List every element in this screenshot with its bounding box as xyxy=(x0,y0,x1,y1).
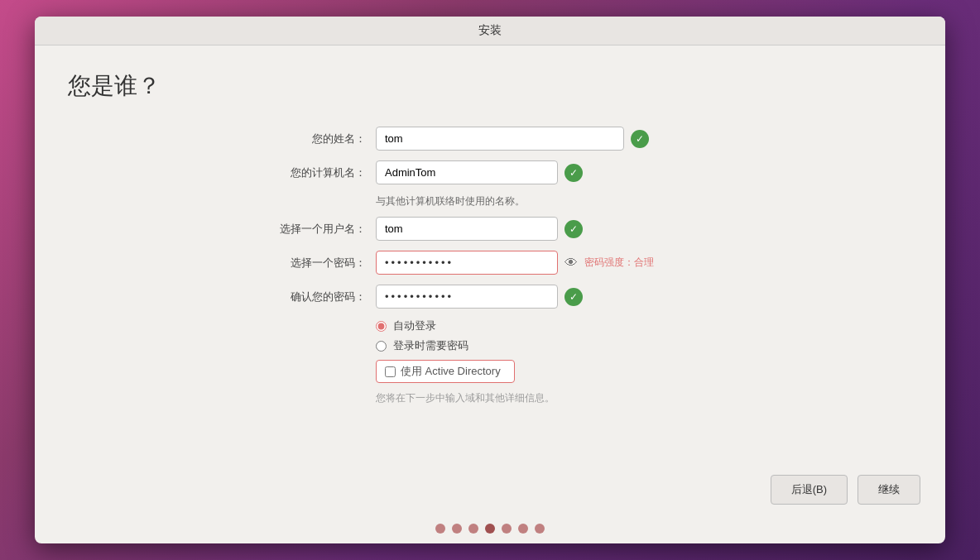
username-check-icon: ✓ xyxy=(564,220,583,238)
progress-dot-1 xyxy=(435,524,445,534)
ad-hint-row: 您将在下一步中输入域和其他详细信息。 xyxy=(242,390,738,405)
window-title: 安装 xyxy=(478,23,502,36)
back-button[interactable]: 后退(B) xyxy=(771,475,848,505)
progress-dot-7 xyxy=(535,524,545,534)
computer-check-icon: ✓ xyxy=(564,164,583,182)
computer-name-row: 您的计算机名： ✓ xyxy=(242,160,738,184)
username-row: 选择一个用户名： ✓ xyxy=(242,217,738,241)
computer-label: 您的计算机名： xyxy=(242,165,366,180)
computer-hint-row: 与其他计算机联络时使用的名称。 xyxy=(242,194,738,208)
progress-dot-6 xyxy=(518,524,528,534)
require-password-label[interactable]: 登录时需要密码 xyxy=(393,338,468,353)
computer-hint: 与其他计算机联络时使用的名称。 xyxy=(376,194,525,208)
login-options: 自动登录 登录时需要密码 xyxy=(242,318,738,353)
ad-checkbox-label[interactable]: 使用 Active Directory xyxy=(401,364,501,379)
password-confirm-check-icon: ✓ xyxy=(564,288,583,306)
password-confirm-wrap: ✓ xyxy=(376,285,738,309)
progress-dot-2 xyxy=(452,524,462,534)
bottom-bar: 后退(B) 继续 xyxy=(35,467,945,517)
auto-login-label[interactable]: 自动登录 xyxy=(393,318,436,333)
password-eye-icon[interactable]: 👁 xyxy=(564,256,578,270)
ad-hint-text: 您将在下一步中输入域和其他详细信息。 xyxy=(376,392,555,404)
username-input-wrap: ✓ xyxy=(376,217,738,241)
page-title: 您是谁？ xyxy=(68,70,912,102)
ad-checkbox-wrap[interactable]: 使用 Active Directory xyxy=(376,360,515,383)
password-input-wrap: 👁 密码强度：合理 xyxy=(376,251,738,275)
password-confirm-label: 确认您的密码： xyxy=(242,290,366,304)
progress-dots xyxy=(35,517,945,543)
computer-input-wrap: ✓ xyxy=(376,160,738,184)
installer-window: 安装 您是谁？ 您的姓名： ✓ 您的计算机名： ✓ xyxy=(35,17,945,543)
username-label: 选择一个用户名： xyxy=(242,222,366,237)
auto-login-row: 自动登录 xyxy=(376,318,738,333)
name-label: 您的姓名： xyxy=(242,132,366,146)
name-row: 您的姓名： ✓ xyxy=(242,127,738,151)
titlebar: 安装 xyxy=(35,17,945,45)
require-password-row: 登录时需要密码 xyxy=(376,338,738,353)
ad-row: 使用 Active Directory xyxy=(242,360,738,383)
name-input[interactable] xyxy=(376,127,624,151)
username-input[interactable] xyxy=(376,217,558,241)
progress-dot-3 xyxy=(468,524,478,534)
ad-checkbox[interactable] xyxy=(385,366,396,377)
require-password-radio[interactable] xyxy=(376,341,387,352)
form-area: 您的姓名： ✓ 您的计算机名： ✓ 与其他计算机联络时使用的名称。 xyxy=(68,127,912,422)
password-strength-text: 密码强度：合理 xyxy=(584,256,654,270)
content-area: 您是谁？ 您的姓名： ✓ 您的计算机名： ✓ 与其他计算机联络时使 xyxy=(35,45,945,467)
progress-dot-4 xyxy=(485,524,495,534)
password-row: 选择一个密码： 👁 密码强度：合理 xyxy=(242,251,738,275)
computer-input[interactable] xyxy=(376,160,558,184)
progress-dot-5 xyxy=(502,524,512,534)
name-input-wrap: ✓ xyxy=(376,127,738,151)
auto-login-radio[interactable] xyxy=(376,321,387,332)
continue-button[interactable]: 继续 xyxy=(858,475,920,505)
name-check-icon: ✓ xyxy=(631,130,649,148)
password-label: 选择一个密码： xyxy=(242,256,366,270)
password-confirm-row: 确认您的密码： ✓ xyxy=(242,285,738,309)
password-input[interactable] xyxy=(376,251,558,275)
password-confirm-input[interactable] xyxy=(376,285,558,309)
